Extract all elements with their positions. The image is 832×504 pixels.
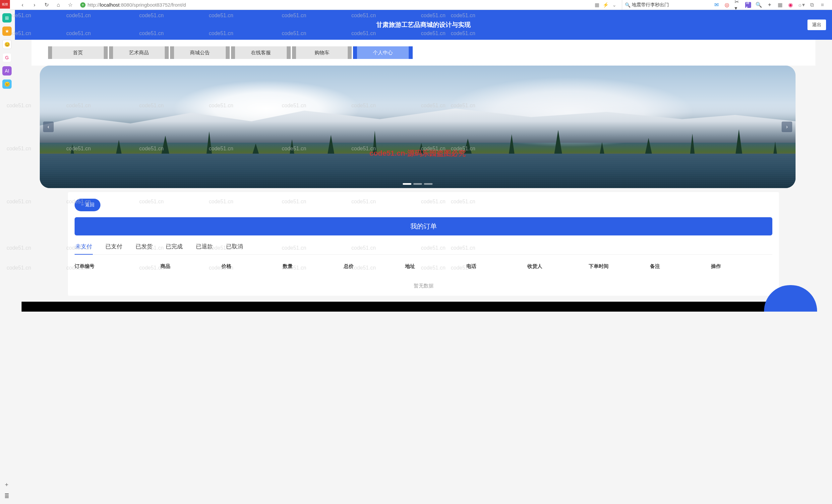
browser-toolbar: 狐狸 ‹ › ↻ ⌂ ☆ + http://localhost:8080/spr… bbox=[0, 0, 832, 10]
menu-icon[interactable]: ≡ bbox=[820, 2, 825, 8]
nav-item[interactable]: 首页 bbox=[51, 46, 104, 59]
order-tab[interactable]: 已退款 bbox=[195, 243, 213, 254]
column-header: 备注 bbox=[650, 263, 711, 270]
carousel-dot[interactable] bbox=[403, 183, 411, 185]
order-tab[interactable]: 未支付 bbox=[75, 243, 93, 254]
qr-icon[interactable]: ▦ bbox=[595, 2, 599, 8]
nav-item[interactable]: 购物车 bbox=[295, 46, 348, 59]
apps-icon[interactable]: ▦ bbox=[777, 2, 783, 8]
left-dock: ⊞ ★ 😊 G AI 😐 bbox=[2, 13, 12, 89]
order-tab[interactable]: 已完成 bbox=[165, 243, 183, 254]
watermark: code51.cn bbox=[7, 265, 31, 271]
hero-banner: ‹ › code51.cn-源码乐园盗图必究 bbox=[40, 65, 796, 188]
carousel-dots bbox=[403, 183, 433, 185]
main-nav: 首页艺术商品商城公告在线客服购物车个人中心 bbox=[31, 40, 815, 65]
mail-icon[interactable]: ✉ bbox=[713, 2, 719, 8]
column-header: 收货人 bbox=[527, 263, 589, 270]
banner-watermark: code51.cn-源码乐园盗图必究 bbox=[370, 148, 466, 158]
nav-item[interactable]: 商城公告 bbox=[173, 46, 226, 59]
order-tab[interactable]: 已取消 bbox=[226, 243, 244, 254]
dock-icon-5[interactable]: AI bbox=[2, 66, 11, 76]
carousel-dot[interactable] bbox=[413, 183, 422, 185]
dock-icon-4[interactable]: G bbox=[2, 53, 11, 62]
footer-strip bbox=[22, 302, 815, 312]
bolt-icon[interactable]: ⚡ bbox=[603, 2, 609, 8]
nav-back-icon[interactable]: ‹ bbox=[18, 1, 27, 9]
browser-search[interactable]: 🔍 地震带行李秒出门 bbox=[622, 0, 707, 9]
scissors-icon[interactable]: ✂▾ bbox=[734, 2, 740, 8]
translate-icon[interactable]: 译▾ bbox=[745, 2, 751, 8]
column-header: 数量 bbox=[283, 263, 344, 270]
order-tabs: 未支付已支付已发货已完成已退款已取消 bbox=[75, 243, 772, 255]
address-bar[interactable]: + http://localhost:8080/springboot83752/… bbox=[78, 2, 619, 8]
column-header: 订单编号 bbox=[75, 263, 160, 270]
column-header: 价格 bbox=[222, 263, 283, 270]
brightness-icon[interactable]: ☼▾ bbox=[798, 2, 804, 8]
browser-badge: 狐狸 bbox=[0, 0, 10, 9]
site-title: 甘肃旅游工艺品商城的设计与实现 bbox=[376, 21, 471, 29]
toolbar-icons: ✉ ◎ ✂▾ 译▾ 🔍 ✦ ▦ ◉ ☼▾ ⧉ ≡ bbox=[710, 2, 829, 8]
weibo-icon[interactable]: ◎ bbox=[724, 2, 730, 8]
puzzle-icon[interactable]: ✦ bbox=[766, 2, 772, 8]
site-header: 甘肃旅游工艺品商城的设计与实现 退出 bbox=[15, 10, 832, 40]
nav-label: 在线客服 bbox=[234, 46, 287, 59]
watermark: code51.cn bbox=[7, 103, 31, 109]
nav-item[interactable]: 在线客服 bbox=[234, 46, 287, 59]
carousel-prev-icon[interactable]: ‹ bbox=[43, 121, 54, 132]
column-header: 地址 bbox=[405, 263, 466, 270]
empty-message: 暂无数据 bbox=[75, 283, 772, 289]
dock-icon-3[interactable]: 😊 bbox=[2, 40, 11, 49]
nav-label: 商城公告 bbox=[173, 46, 226, 59]
secure-icon: + bbox=[80, 2, 85, 8]
search-text: 地震带行李秒出门 bbox=[632, 2, 705, 8]
carousel-next-icon[interactable]: › bbox=[782, 121, 792, 132]
search2-icon[interactable]: 🔍 bbox=[756, 2, 762, 8]
column-header: 下单时间 bbox=[589, 263, 650, 270]
nav-item[interactable]: 个人中心 bbox=[356, 46, 409, 59]
nav-item[interactable]: 艺术商品 bbox=[112, 46, 165, 59]
order-tab[interactable]: 已发货 bbox=[135, 243, 153, 254]
carousel-dot[interactable] bbox=[424, 183, 433, 185]
dock-icon-2[interactable]: ★ bbox=[2, 27, 11, 36]
orders-title: 我的订单 bbox=[75, 217, 772, 235]
orders-panel: ←返回 我的订单 未支付已支付已发货已完成已退款已取消 订单编号商品价格数量总价… bbox=[68, 192, 779, 296]
column-header: 电话 bbox=[466, 263, 528, 270]
search-icon: 🔍 bbox=[625, 2, 630, 8]
back-button[interactable]: ←返回 bbox=[75, 199, 100, 211]
watermark: code51.cn bbox=[7, 146, 31, 152]
nav-forward-icon[interactable]: › bbox=[30, 1, 39, 9]
home-icon[interactable]: ⌂ bbox=[54, 1, 63, 9]
column-header: 商品 bbox=[160, 263, 222, 270]
logout-button[interactable]: 退出 bbox=[807, 20, 826, 30]
star-icon[interactable]: ☆ bbox=[66, 1, 75, 9]
nav-label: 购物车 bbox=[295, 46, 348, 59]
chevron-down-icon[interactable]: ⌄ bbox=[612, 2, 617, 8]
dock-icon-1[interactable]: ⊞ bbox=[2, 13, 11, 23]
restore-icon[interactable]: ⧉ bbox=[809, 2, 815, 8]
nav-label: 首页 bbox=[51, 46, 104, 59]
table-header: 订单编号商品价格数量总价地址电话收货人下单时间备注操作 bbox=[75, 263, 772, 270]
order-tab[interactable]: 已支付 bbox=[105, 243, 123, 254]
url-text: http://localhost:8080/springboot83752/fr… bbox=[87, 2, 186, 8]
dock-icon-6[interactable]: 😐 bbox=[2, 80, 11, 89]
nav-label: 艺术商品 bbox=[112, 46, 165, 59]
column-header: 操作 bbox=[711, 263, 772, 270]
column-header: 总价 bbox=[344, 263, 405, 270]
ai-icon[interactable]: ◉ bbox=[787, 2, 794, 8]
watermark: code51.cn bbox=[7, 245, 31, 251]
nav-label: 个人中心 bbox=[356, 46, 409, 59]
reload-icon[interactable]: ↻ bbox=[42, 1, 51, 9]
watermark: code51.cn bbox=[7, 199, 31, 205]
